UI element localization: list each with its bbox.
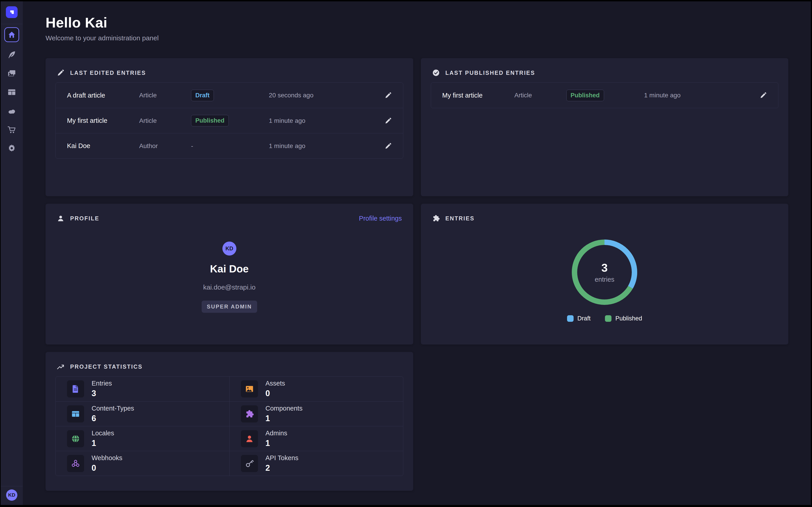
stat-value: 2 bbox=[265, 463, 298, 473]
table-row: Kai Doe Author - 1 minute ago bbox=[56, 133, 403, 158]
stat-label: API Tokens bbox=[265, 454, 298, 462]
stat-label: Entries bbox=[92, 380, 112, 387]
profile-name: Kai Doe bbox=[210, 263, 249, 275]
entry-time: 1 minute ago bbox=[269, 143, 376, 150]
table-row: My first article Article Published 1 min… bbox=[431, 83, 778, 108]
card-title: PROJECT STATISTICS bbox=[70, 363, 143, 370]
pencil-icon bbox=[385, 143, 392, 150]
pencil-icon bbox=[57, 69, 64, 76]
stat-label: Admins bbox=[265, 430, 287, 437]
stat-value: 3 bbox=[92, 389, 112, 398]
stat-value: 1 bbox=[265, 414, 302, 423]
chart-legend: Draft Published bbox=[567, 315, 642, 322]
status-badge: Published bbox=[191, 115, 229, 126]
entries-total: 3 bbox=[601, 262, 608, 274]
webhook-icon bbox=[67, 455, 84, 472]
stat-webhooks: Webhooks 0 bbox=[56, 451, 230, 476]
sidebar-divider bbox=[1, 24, 23, 24]
role-badge: SUPER ADMIN bbox=[202, 300, 257, 313]
card-title: LAST PUBLISHED ENTRIES bbox=[446, 70, 535, 76]
profile-card: PROFILE Profile settings KD Kai Doe kai.… bbox=[46, 204, 413, 344]
pencil-icon bbox=[385, 117, 392, 124]
stat-content-types: Content-Types 6 bbox=[56, 401, 230, 426]
entries-card: ENTRIES 3 entries bbox=[421, 204, 789, 344]
sidebar-item-content-manager[interactable] bbox=[7, 50, 17, 60]
edit-entry-button[interactable] bbox=[385, 143, 392, 150]
sidebar-item-home[interactable] bbox=[4, 27, 19, 42]
feather-icon bbox=[7, 50, 16, 59]
sidebar-item-settings[interactable] bbox=[7, 143, 17, 153]
home-icon bbox=[8, 31, 16, 39]
user-avatar[interactable]: KD bbox=[6, 490, 17, 501]
stats-table: Entries 3 Assets 0 bbox=[55, 376, 403, 476]
table-row: My first article Article Published 1 min… bbox=[56, 108, 403, 133]
entry-name: My first article bbox=[67, 117, 139, 124]
last-edited-entries-card: LAST EDITED ENTRIES A draft article Arti… bbox=[46, 58, 413, 196]
stat-label: Webhooks bbox=[92, 454, 122, 462]
image-icon bbox=[241, 380, 258, 397]
page-subtitle: Welcome to your administration panel bbox=[46, 34, 788, 42]
project-statistics-card: PROJECT STATISTICS Entries 3 bbox=[46, 352, 413, 491]
stat-assets: Assets 0 bbox=[230, 377, 403, 401]
sidebar-item-cloud[interactable] bbox=[7, 106, 17, 116]
edit-entry-button[interactable] bbox=[385, 92, 392, 99]
cloud-icon bbox=[7, 106, 16, 115]
stat-label: Locales bbox=[92, 430, 114, 437]
edit-entry-button[interactable] bbox=[385, 117, 392, 124]
status-badge: Published bbox=[566, 90, 604, 101]
app-window: KD Hello Kai Welcome to your administrat… bbox=[1, 1, 811, 505]
status-badge: Draft bbox=[191, 90, 214, 101]
entry-time: 1 minute ago bbox=[269, 117, 376, 124]
cart-icon bbox=[7, 125, 16, 134]
entry-type: Author bbox=[139, 143, 191, 150]
legend-label: Published bbox=[615, 315, 642, 322]
page-title: Hello Kai bbox=[46, 14, 788, 31]
entry-type: Article bbox=[139, 117, 191, 124]
stat-locales: Locales 1 bbox=[56, 426, 230, 451]
main-content: Hello Kai Welcome to your administration… bbox=[23, 1, 811, 505]
trend-up-icon bbox=[57, 363, 64, 371]
legend-item-published: Published bbox=[605, 315, 642, 322]
sidebar-nav bbox=[7, 50, 17, 153]
avatar: KD bbox=[222, 241, 236, 256]
pencil-icon bbox=[385, 92, 392, 99]
sidebar-item-marketplace[interactable] bbox=[7, 125, 17, 134]
legend-item-draft: Draft bbox=[567, 315, 591, 322]
sidebar: KD bbox=[1, 1, 23, 505]
stat-label: Components bbox=[265, 405, 302, 412]
profile-settings-link[interactable]: Profile settings bbox=[359, 215, 402, 222]
sidebar-item-content-type-builder[interactable] bbox=[7, 87, 17, 97]
stat-label: Assets bbox=[265, 380, 285, 387]
gear-icon bbox=[7, 144, 16, 153]
stat-api-tokens: API Tokens 2 bbox=[230, 451, 403, 476]
puzzle-icon bbox=[241, 405, 258, 422]
stat-entries: Entries 3 bbox=[56, 377, 230, 401]
document-icon bbox=[67, 380, 84, 397]
pencil-icon bbox=[760, 92, 767, 99]
published-swatch bbox=[605, 315, 611, 322]
last-edited-table: A draft article Article Draft 20 seconds… bbox=[55, 82, 403, 159]
layout-icon bbox=[7, 88, 16, 97]
entry-name: Kai Doe bbox=[67, 142, 139, 150]
entry-type: Article bbox=[514, 92, 566, 99]
user-icon bbox=[241, 430, 258, 447]
entry-type: Article bbox=[139, 92, 191, 99]
key-icon bbox=[241, 455, 258, 472]
last-published-entries-card: LAST PUBLISHED ENTRIES My first article … bbox=[421, 58, 789, 196]
profile-email: kai.doe@strapi.io bbox=[203, 283, 256, 291]
check-circle-icon bbox=[432, 69, 440, 76]
edit-entry-button[interactable] bbox=[760, 92, 767, 99]
stat-value: 0 bbox=[265, 389, 285, 398]
entries-donut-chart: 3 entries Draft Published bbox=[421, 238, 789, 322]
entry-time: 1 minute ago bbox=[644, 92, 751, 99]
strapi-logo-icon bbox=[8, 8, 15, 16]
sidebar-item-media-library[interactable] bbox=[7, 68, 17, 78]
globe-icon bbox=[67, 430, 84, 447]
stat-value: 1 bbox=[265, 439, 287, 448]
puzzle-icon bbox=[432, 215, 440, 222]
stat-components: Components 1 bbox=[230, 401, 403, 426]
strapi-logo[interactable] bbox=[6, 6, 17, 18]
entry-name: A draft article bbox=[67, 92, 139, 99]
draft-swatch bbox=[567, 315, 573, 322]
legend-label: Draft bbox=[577, 315, 591, 322]
